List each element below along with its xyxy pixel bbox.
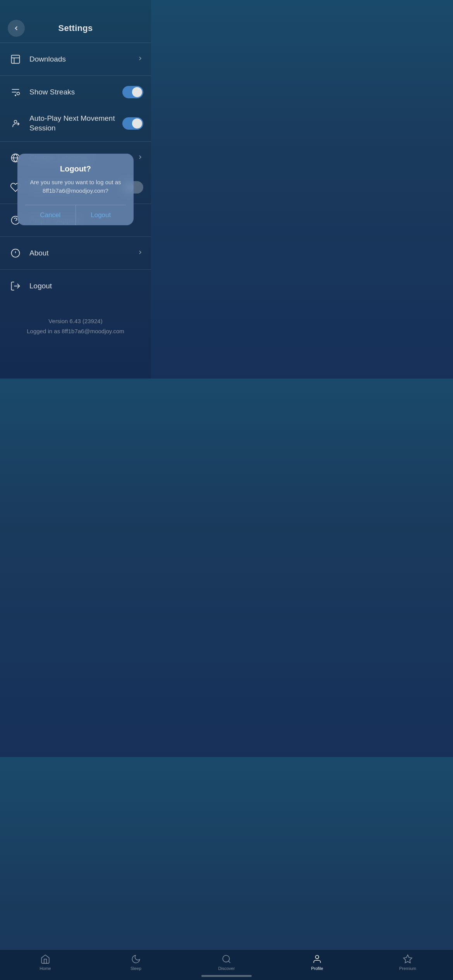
logout-modal-overlay: Logout? Are you sure you want to log out… (0, 0, 151, 379)
cancel-button[interactable]: Cancel (25, 205, 76, 225)
logout-modal: Logout? Are you sure you want to log out… (17, 154, 134, 225)
modal-message: Are you sure you want to log out as 8ff1… (25, 178, 126, 195)
modal-title: Logout? (25, 164, 126, 173)
logout-confirm-button[interactable]: Logout (76, 205, 126, 225)
modal-buttons: Cancel Logout (25, 205, 126, 225)
